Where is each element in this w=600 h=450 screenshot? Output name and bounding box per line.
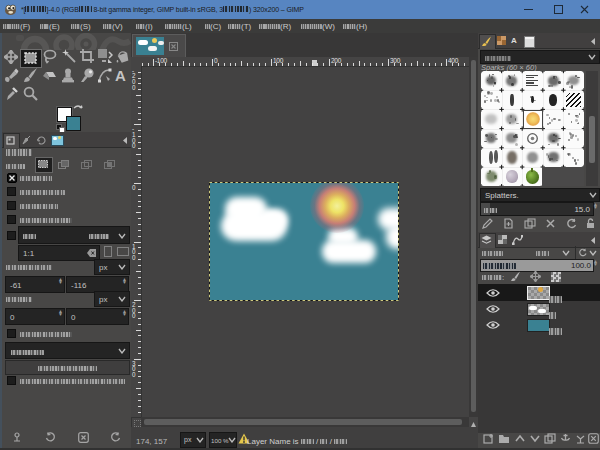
svg-text:0: 0: [214, 57, 218, 64]
svg-text:100: 100: [273, 57, 284, 64]
svg-text:300: 300: [390, 57, 401, 64]
svg-text:200: 200: [331, 57, 342, 64]
svg-text:-100: -100: [155, 57, 167, 64]
svg-text:400: 400: [448, 57, 459, 64]
